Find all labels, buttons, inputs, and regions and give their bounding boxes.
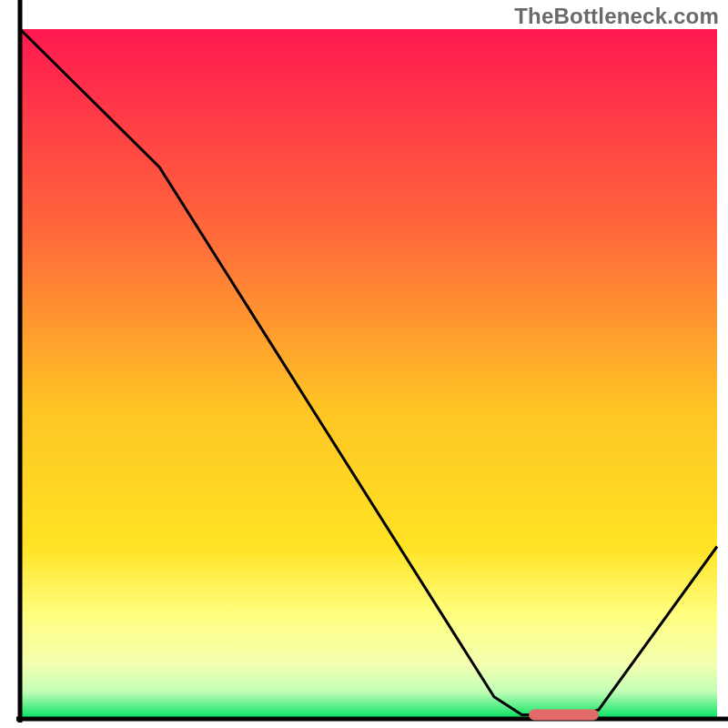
watermark-text: TheBottleneck.com: [514, 4, 719, 29]
bottleneck-chart: [0, 0, 728, 728]
optimal-range-marker: [529, 709, 599, 720]
chart-container: { "watermark": "TheBottleneck.com", "cha…: [0, 0, 728, 728]
